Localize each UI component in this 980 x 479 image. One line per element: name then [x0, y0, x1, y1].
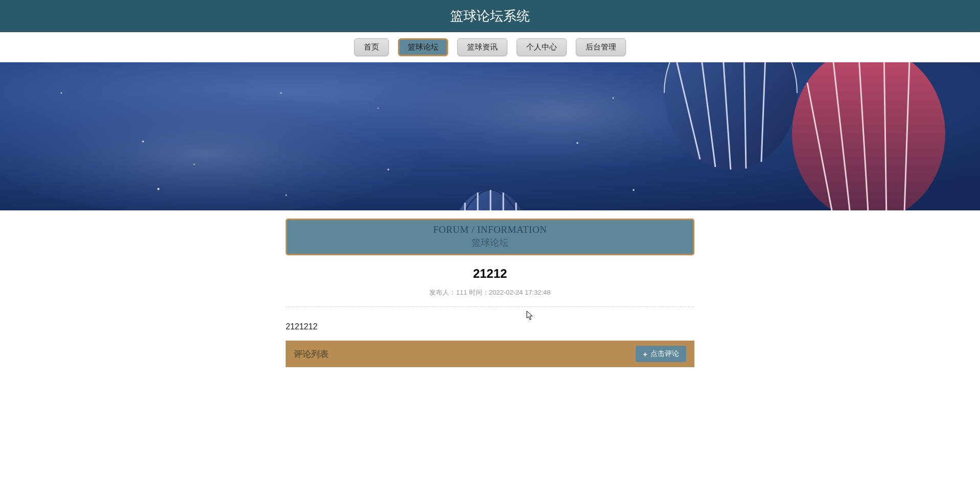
comment-list-label: 评论列表	[294, 348, 329, 360]
add-comment-button[interactable]: + 点击评论	[636, 346, 686, 362]
section-header: FORUM / INFORMATION 篮球论坛	[286, 219, 694, 255]
svg-point-4	[142, 140, 144, 142]
add-comment-label: 点击评论	[650, 349, 679, 358]
time-label: 时间：	[469, 289, 489, 296]
section-title-en: FORUM / INFORMATION	[287, 224, 693, 235]
main-nav: 首页 篮球论坛 篮球资讯 个人中心 后台管理	[0, 32, 980, 62]
svg-point-6	[194, 164, 195, 165]
main-content: FORUM / INFORMATION 篮球论坛 21212 发布人：111 时…	[286, 219, 694, 367]
app-header: 篮球论坛系统	[0, 0, 980, 32]
comment-bar: 评论列表 + 点击评论	[286, 341, 694, 367]
svg-point-7	[280, 92, 282, 93]
post-body: 2121212	[286, 307, 694, 338]
svg-point-8	[286, 195, 287, 196]
publisher-value: 111	[456, 289, 467, 296]
nav-forum[interactable]: 篮球论坛	[398, 38, 448, 56]
svg-point-10	[387, 169, 389, 170]
publisher-label: 发布人：	[429, 289, 456, 296]
app-title: 篮球论坛系统	[450, 8, 530, 23]
svg-point-26	[792, 62, 945, 210]
post-meta: 发布人：111 时间：2022-02-24 17:32:48	[286, 288, 694, 307]
svg-point-9	[378, 108, 379, 109]
svg-point-3	[61, 92, 62, 94]
svg-point-11	[576, 142, 578, 144]
section-title-cn: 篮球论坛	[287, 236, 693, 249]
nav-admin[interactable]: 后台管理	[576, 38, 626, 56]
time-value: 2022-02-24 17:32:48	[489, 289, 551, 296]
svg-point-12	[613, 98, 614, 99]
hero-banner	[0, 62, 980, 210]
svg-point-13	[633, 189, 635, 191]
nav-home[interactable]: 首页	[354, 38, 389, 56]
plus-icon: +	[643, 350, 647, 358]
svg-point-5	[157, 188, 159, 190]
post-title: 21212	[286, 267, 694, 281]
nav-profile[interactable]: 个人中心	[517, 38, 567, 56]
nav-news[interactable]: 篮球资讯	[457, 38, 507, 56]
